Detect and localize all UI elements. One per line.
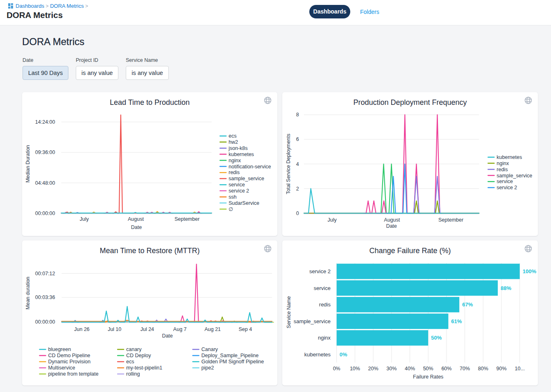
svg-text:Jul 10: Jul 10 <box>107 326 121 332</box>
svg-text:Sep 4: Sep 4 <box>238 326 252 332</box>
svg-text:80%: 80% <box>478 366 488 372</box>
svg-text:8: 8 <box>296 112 299 118</box>
svg-text:04:48:00: 04:48:00 <box>35 180 55 186</box>
svg-text:Mean duration: Mean duration <box>25 276 30 309</box>
svg-text:July: July <box>327 217 337 222</box>
svg-text:Mean Time to Restore (MTTR): Mean Time to Restore (MTTR) <box>100 247 200 255</box>
svg-text:09:36:00: 09:36:00 <box>35 150 55 155</box>
svg-text:redis: redis <box>319 301 331 308</box>
svg-text:0: 0 <box>296 210 299 216</box>
svg-text:Aug 21: Aug 21 <box>204 326 221 332</box>
svg-text:canary: canary <box>126 347 142 352</box>
svg-text:Service Name: Service Name <box>286 296 291 328</box>
svg-text:nginx: nginx <box>318 335 331 341</box>
svg-text:20%: 20% <box>368 366 378 372</box>
svg-text:my-test-pipelin1: my-test-pipelin1 <box>126 365 162 371</box>
svg-text:service 2: service 2 <box>497 185 517 190</box>
svg-text:90%: 90% <box>496 366 506 372</box>
svg-text:August: August <box>127 216 143 222</box>
svg-text:kubernetes: kubernetes <box>229 152 254 157</box>
svg-text:CD Demo Pipeline: CD Demo Pipeline <box>48 353 90 358</box>
svg-text:sample_service: sample_service <box>229 176 264 181</box>
svg-text:Golden PM Signoff Pipeline: Golden PM Signoff Pipeline <box>201 359 264 365</box>
svg-text:sample_service: sample_service <box>497 172 532 178</box>
svg-text:Date: Date <box>131 224 141 230</box>
svg-text:hw2: hw2 <box>229 139 238 145</box>
svg-text:Deploy_Sample_Pipeline: Deploy_Sample_Pipeline <box>201 353 258 358</box>
svg-text:50%: 50% <box>423 366 433 372</box>
svg-text:rolling: rolling <box>126 371 140 377</box>
svg-text:30%: 30% <box>386 366 397 372</box>
svg-text:Date: Date <box>162 333 172 338</box>
svg-text:nginx: nginx <box>497 161 509 166</box>
svg-text:json-k8s: json-k8s <box>228 145 248 151</box>
svg-text:Canary: Canary <box>201 347 218 352</box>
svg-text:Jun 26: Jun 26 <box>74 326 90 332</box>
svg-text:service 2: service 2 <box>309 268 331 274</box>
svg-text:Date: Date <box>386 223 397 229</box>
svg-text:Failure Rates: Failure Rates <box>413 374 443 379</box>
svg-text:88%: 88% <box>501 285 511 291</box>
svg-text:pipeline from template: pipeline from template <box>48 371 98 377</box>
svg-text:Production Deployment Frequenc: Production Deployment Frequency <box>353 98 467 106</box>
svg-text:60%: 60% <box>441 366 451 372</box>
svg-text:August: August <box>384 217 400 222</box>
svg-text:∅: ∅ <box>229 206 233 212</box>
svg-text:Jul 24: Jul 24 <box>140 326 154 332</box>
svg-text:10...: 10... <box>515 366 524 372</box>
svg-text:bluegreen: bluegreen <box>48 347 71 352</box>
svg-text:50%: 50% <box>431 335 442 341</box>
svg-text:Change Failure Rate (%): Change Failure Rate (%) <box>369 247 451 255</box>
svg-text:Median Duration: Median Duration <box>25 145 30 183</box>
svg-text:00:00:00: 00:00:00 <box>35 211 55 216</box>
svg-text:pipe2: pipe2 <box>201 365 214 371</box>
svg-text:Total Service Deployments: Total Service Deployments <box>285 134 291 194</box>
svg-text:0%: 0% <box>339 351 347 358</box>
svg-text:61%: 61% <box>451 318 462 324</box>
svg-text:ecs: ecs <box>126 359 134 365</box>
svg-text:00:03:36: 00:03:36 <box>35 295 55 300</box>
svg-text:service: service <box>229 182 245 188</box>
svg-text:kubernetes: kubernetes <box>304 351 331 358</box>
svg-text:CD Deploy: CD Deploy <box>126 353 151 358</box>
svg-text:6: 6 <box>296 136 299 142</box>
svg-text:ecs: ecs <box>229 133 236 139</box>
svg-text:00:00:00: 00:00:00 <box>35 319 55 324</box>
svg-text:Dynamic Provision: Dynamic Provision <box>48 359 91 365</box>
svg-text:Lead Time to Production: Lead Time to Production <box>109 98 189 106</box>
svg-text:14:24:00: 14:24:00 <box>35 119 55 125</box>
svg-text:redis: redis <box>497 166 508 172</box>
svg-text:ssh: ssh <box>229 194 237 200</box>
svg-text:July: July <box>79 216 89 222</box>
svg-text:service 2: service 2 <box>229 188 249 194</box>
svg-text:Multiservice: Multiservice <box>48 365 75 371</box>
svg-text:September: September <box>438 217 463 222</box>
svg-text:100%: 100% <box>522 268 536 274</box>
svg-text:2: 2 <box>296 186 299 191</box>
svg-text:SudarService: SudarService <box>229 200 259 206</box>
svg-text:nginx: nginx <box>229 157 241 163</box>
svg-text:September: September <box>174 216 199 222</box>
svg-text:redis: redis <box>229 170 240 175</box>
svg-text:service: service <box>497 179 513 184</box>
svg-text:00:07:12: 00:07:12 <box>35 270 55 276</box>
svg-text:10%: 10% <box>350 366 360 372</box>
svg-text:0%: 0% <box>333 366 340 372</box>
svg-text:notification-service: notification-service <box>229 163 271 169</box>
svg-text:67%: 67% <box>462 301 473 308</box>
svg-text:4: 4 <box>296 161 299 167</box>
svg-text:70%: 70% <box>460 366 470 372</box>
svg-text:sample_service: sample_service <box>293 318 330 324</box>
svg-text:Aug 7: Aug 7 <box>173 326 186 332</box>
svg-text:kubernetes: kubernetes <box>497 154 522 160</box>
svg-text:service: service <box>314 285 331 291</box>
svg-text:40%: 40% <box>405 366 415 372</box>
